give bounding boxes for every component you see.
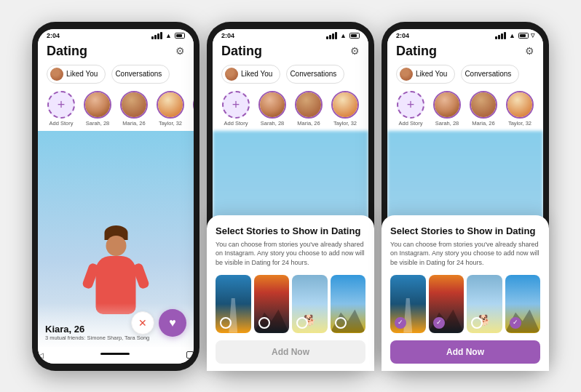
modal-3: Select Stories to Show in Dating You can… [387, 215, 543, 364]
gear-icon-2[interactable]: ⚙ [350, 45, 360, 57]
story-sarah-circle-3 [433, 91, 461, 119]
check-1-3[interactable]: ✓ [395, 317, 406, 329]
story-maria-circle-2 [295, 91, 323, 119]
pill-liked-3[interactable]: Liked You [396, 65, 455, 84]
home-indicator-1[interactable] [100, 353, 130, 355]
check-1-2[interactable] [220, 317, 232, 329]
story-taylor-label-1: Taylor, 32 [159, 120, 182, 127]
add-now-button-2[interactable]: Add Now [216, 340, 365, 364]
phone-3: 2:04 ▲ ▽ Dating [382, 22, 549, 371]
mountain-shape-2 [254, 304, 290, 333]
check-4-3[interactable]: ✓ [510, 317, 521, 329]
story-add-2[interactable]: + Add Story [220, 91, 252, 127]
story-sarah-label-3: Sarah, 28 [435, 120, 459, 127]
story-maria-label-1: Maria, 26 [122, 120, 145, 127]
pill-liked-1[interactable]: Liked You [47, 65, 106, 84]
thumb-dog-2[interactable]: 🐕 [292, 275, 328, 333]
pill-avatar-2 [225, 68, 238, 81]
woman-head-1 [106, 236, 126, 256]
profile-card-1: Kiara, 26 3 mutual friends: Simone Sharp… [38, 131, 194, 347]
status-bar-3: 2:04 ▲ ▽ [387, 29, 543, 41]
checkmark-4-3: ✓ [513, 319, 518, 326]
battery-icon-3 [518, 33, 529, 39]
thumb-road-2[interactable] [216, 275, 251, 333]
story-jo-1[interactable]: Jo... [191, 91, 194, 127]
pill-liked-2[interactable]: Liked You [221, 65, 280, 84]
story-taylor-3[interactable]: Taylor, 32 [504, 91, 536, 127]
taylor-avatar-2 [333, 92, 357, 117]
maria-avatar-1 [122, 92, 146, 117]
wifi-full-3: ▽ [531, 33, 534, 39]
pill-conversations-1[interactable]: Conversations [111, 65, 170, 84]
check-3-3[interactable] [471, 317, 483, 329]
app-title-2: Dating [221, 44, 262, 59]
story-sarah-1[interactable]: Sarah, 28 [82, 91, 114, 127]
recents-button-1[interactable] [186, 351, 194, 359]
stories-row-2: + Add Story Sarah, 28 Maria, 26 [213, 87, 368, 131]
story-add-label-2: Add Story [224, 120, 248, 127]
pill-label-liked-3: Liked You [416, 70, 447, 78]
gear-icon-1[interactable]: ⚙ [175, 45, 185, 57]
story-sarah-2[interactable]: Sarah, 28 [256, 91, 288, 127]
app-header-3: Dating ⚙ [387, 41, 543, 62]
modal-title-2: Select Stories to Show in Dating [216, 225, 365, 236]
story-maria-3[interactable]: Maria, 26 [467, 91, 499, 127]
status-icons-2: ▲ [326, 32, 360, 39]
story-sarah-circle-2 [258, 91, 286, 119]
like-button-1[interactable]: ♥ [159, 309, 186, 337]
battery-icon-2 [349, 33, 360, 39]
plus-icon-1: + [58, 98, 66, 111]
road-shape-2 [229, 298, 237, 333]
checkmark-1-3: ✓ [398, 319, 403, 326]
story-maria-1[interactable]: Maria, 26 [118, 91, 150, 127]
story-taylor-label-2: Taylor, 32 [333, 120, 357, 127]
pill-label-conv-3: Conversations [465, 70, 511, 78]
thumb-sunset-2[interactable] [254, 275, 290, 333]
pill-conversations-2[interactable]: Conversations [286, 65, 344, 84]
checkmark-2-3: ✓ [436, 319, 442, 326]
phone-2-screen: 2:04 ▲ Dating ⚙ [213, 29, 368, 364]
sarah-avatar-3 [435, 92, 459, 117]
story-thumbnails-2: 🐕 [216, 275, 365, 333]
modal-2: Select Stories to Show in Dating You can… [213, 215, 368, 364]
action-buttons-1: ✕ ♥ [131, 309, 186, 337]
phone-1: 2:04 ▲ Dating ⚙ [32, 22, 199, 371]
sarah-avatar-1 [85, 92, 110, 117]
story-taylor-label-3: Taylor, 32 [508, 120, 531, 127]
dislike-button-1[interactable]: ✕ [131, 311, 154, 335]
modal-title-3: Select Stories to Show in Dating [390, 225, 540, 236]
gear-icon-3[interactable]: ⚙ [525, 45, 534, 57]
wifi-icon-1: ▲ [165, 32, 172, 39]
taylor-avatar-1 [158, 92, 183, 117]
thumb-dog-3[interactable]: 🐕 [467, 275, 502, 333]
plus-icon-3: + [407, 98, 415, 111]
add-now-button-3[interactable]: Add Now [390, 340, 540, 364]
thumb-mountain-2[interactable] [331, 275, 366, 333]
thumb-sunset-3[interactable]: ✓ [429, 275, 465, 333]
phone-1-screen: 2:04 ▲ Dating ⚙ [38, 29, 194, 364]
check-3-2[interactable] [296, 317, 308, 329]
check-2-2[interactable] [258, 317, 270, 329]
story-maria-2[interactable]: Maria, 26 [293, 91, 325, 127]
story-add-1[interactable]: + Add Story [45, 91, 77, 127]
status-icons-3: ▲ ▽ [495, 32, 534, 39]
pill-label-conv-1: Conversations [115, 70, 162, 78]
story-sarah-label-1: Sarah, 28 [86, 120, 110, 127]
story-thumbnails-3: ✓ ✓ 🐕 [390, 275, 540, 333]
pill-conversations-3[interactable]: Conversations [461, 65, 519, 84]
story-maria-label-3: Maria, 26 [472, 120, 494, 127]
story-sarah-3[interactable]: Sarah, 28 [431, 91, 463, 127]
thumb-road-3[interactable]: ✓ [390, 275, 426, 333]
thumb-mountain-3[interactable]: ✓ [505, 275, 541, 333]
story-taylor-1[interactable]: Taylor, 32 [154, 91, 186, 127]
back-button-1[interactable]: ◁ [38, 351, 44, 359]
story-taylor-2[interactable]: Taylor, 32 [329, 91, 361, 127]
app-title-1: Dating [47, 44, 87, 59]
check-4-2[interactable] [335, 317, 347, 329]
check-2-3[interactable]: ✓ [433, 317, 445, 329]
app-header-2: Dating ⚙ [213, 41, 368, 62]
status-icons-1: ▲ [151, 32, 185, 39]
story-add-3[interactable]: + Add Story [395, 91, 427, 127]
story-taylor-circle-2 [331, 91, 359, 119]
time-1: 2:04 [47, 32, 60, 39]
